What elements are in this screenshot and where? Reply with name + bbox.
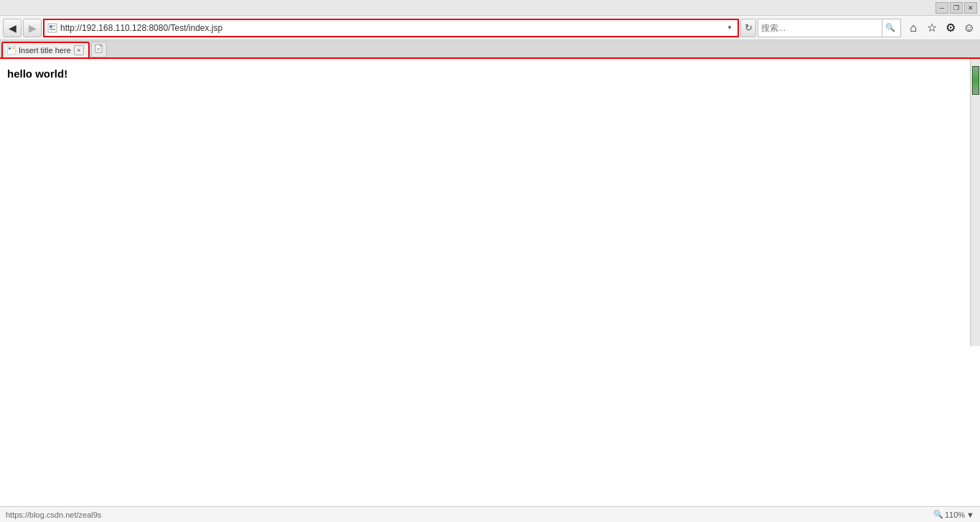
zoom-icon: 🔍 <box>933 510 943 519</box>
title-bar: ─ ❐ ✕ <box>0 0 980 16</box>
home-icon: ⌂ <box>910 22 917 34</box>
svg-rect-6 <box>12 47 14 49</box>
search-button[interactable]: 🔍 <box>882 19 897 37</box>
scrollbar[interactable] <box>970 59 980 346</box>
smiley-icon: ☺ <box>963 22 975 34</box>
new-tab-icon <box>94 44 104 56</box>
scrollbar-thumb[interactable] <box>972 66 979 95</box>
svg-rect-2 <box>53 25 55 27</box>
zoom-level: 110% <box>945 511 965 519</box>
search-icon: 🔍 <box>885 23 895 32</box>
svg-rect-10 <box>97 50 100 50</box>
page-favicon-icon <box>47 23 57 33</box>
close-button[interactable]: ✕ <box>964 2 977 14</box>
browser-icons: ⌂ ☆ ⚙ ☺ <box>905 20 977 36</box>
forward-icon: ▶ <box>29 22 37 34</box>
tab-favicon-icon <box>7 46 16 55</box>
settings-icon: ⚙ <box>946 21 956 34</box>
svg-rect-3 <box>50 29 55 30</box>
restore-button[interactable]: ❐ <box>950 2 963 14</box>
user-button[interactable]: ☺ <box>961 20 977 36</box>
svg-rect-5 <box>9 47 11 50</box>
scrollbar-track <box>971 59 980 346</box>
page-content: hello world! <box>0 59 980 506</box>
forward-button[interactable]: ▶ <box>23 19 42 37</box>
hello-world-text: hello world! <box>7 67 67 80</box>
search-input[interactable] <box>761 23 879 33</box>
status-url: https://blog.csdn.net/zeal9s <box>6 511 929 519</box>
zoom-indicator: 🔍 110% ▼ <box>933 510 974 519</box>
svg-rect-9 <box>97 48 100 49</box>
svg-rect-4 <box>7 46 16 55</box>
settings-button[interactable]: ⚙ <box>943 20 958 36</box>
svg-rect-1 <box>50 25 52 28</box>
search-bar: 🔍 <box>758 19 901 37</box>
home-button[interactable]: ⌂ <box>905 20 921 36</box>
url-input[interactable] <box>60 23 722 33</box>
tab-bar: Insert title here × <box>0 40 980 59</box>
back-icon: ◀ <box>9 22 17 34</box>
tab-title: Insert title here <box>19 46 71 55</box>
new-tab-button[interactable] <box>91 42 107 57</box>
status-bar: https://blog.csdn.net/zeal9s 🔍 110% ▼ <box>0 506 980 522</box>
zoom-dropdown-icon[interactable]: ▼ <box>966 511 974 519</box>
address-dropdown-button[interactable]: ▼ <box>725 20 735 36</box>
active-tab[interactable]: Insert title here × <box>1 42 90 57</box>
nav-bar: ◀ ▶ ▼ ↻ 🔍 ⌂ ☆ ⚙ ☺ <box>0 16 980 40</box>
window-controls: ─ ❐ ✕ <box>936 2 977 14</box>
bookmark-button[interactable]: ☆ <box>924 20 940 36</box>
refresh-icon: ↻ <box>745 22 753 33</box>
bookmark-icon: ☆ <box>927 21 937 34</box>
tab-close-button[interactable]: × <box>74 45 84 55</box>
back-button[interactable]: ◀ <box>3 19 22 37</box>
minimize-button[interactable]: ─ <box>936 2 948 14</box>
refresh-button[interactable]: ↻ <box>740 19 756 37</box>
address-bar: ▼ <box>43 19 739 37</box>
